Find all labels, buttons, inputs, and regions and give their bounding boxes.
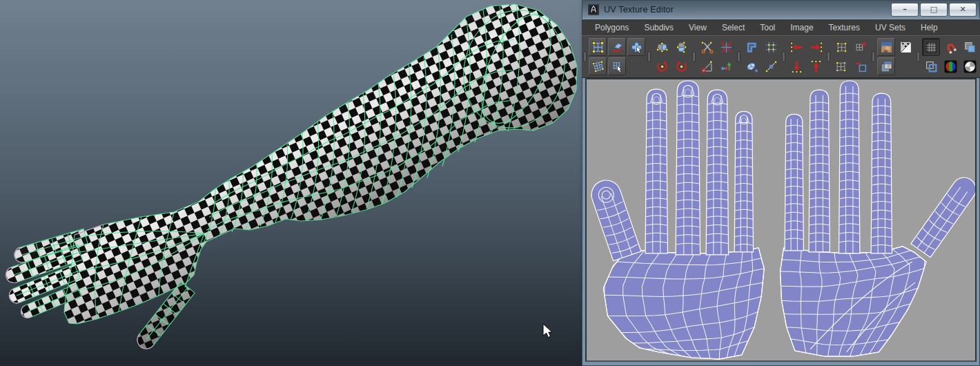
isolate-select-toggle-button[interactable] (832, 38, 850, 56)
toolbar-group-display (921, 38, 980, 75)
menu-select[interactable]: Select (714, 19, 752, 35)
sew-uvs-icon (720, 41, 733, 54)
uv-free-lattice-tool-icon (591, 60, 605, 73)
align-u-min-button[interactable] (787, 38, 805, 56)
move-and-sew-uvs-icon (720, 60, 733, 73)
isolate-select-view-button[interactable] (832, 57, 850, 75)
window-maximize-button[interactable]: □ (920, 3, 948, 17)
display-rgb-channels-button[interactable] (941, 57, 959, 75)
toolbar-row (589, 57, 626, 75)
flip-v-button[interactable] (672, 38, 690, 56)
flip-v-icon (675, 41, 688, 54)
pixel-snap-icon (944, 41, 957, 54)
uv-lattice-tool-icon (591, 41, 605, 54)
image-display-icon (880, 41, 893, 54)
layout-uvs-icon (745, 41, 758, 54)
align-v-max-button[interactable] (807, 57, 825, 75)
toolbar-row (832, 38, 870, 56)
relax-uvs-button[interactable] (762, 57, 780, 75)
toolbar-separator[interactable] (917, 41, 920, 73)
image-display-button[interactable] (877, 38, 895, 56)
toolbar-group-uv-tools (587, 38, 647, 75)
grid-uvs-button[interactable] (762, 38, 780, 56)
toolbar-separator[interactable] (782, 41, 785, 73)
toolbar-group-align (786, 38, 826, 75)
uv-select-tool-icon (611, 60, 624, 73)
align-v-max-icon (810, 60, 823, 73)
isolate-select-add-button[interactable] (852, 38, 870, 56)
pixel-snap-button[interactable] (941, 38, 959, 56)
move-and-sew-uvs-button[interactable] (717, 57, 735, 75)
unfold-uvs-icon (745, 60, 758, 73)
toolbar-separator[interactable] (647, 41, 651, 73)
isolate-select-toggle-icon (835, 41, 848, 54)
rotate-uvs-cw-icon (675, 60, 688, 73)
toolbar-row (698, 57, 735, 75)
toolbar-row (787, 57, 825, 75)
move-uv-shell-tool-button[interactable] (627, 38, 645, 56)
isolate-select-remove-icon (854, 60, 868, 73)
uv-smudge-tool-button[interactable] (608, 38, 626, 56)
toolbar-separator[interactable] (827, 41, 830, 73)
grid-display-button[interactable] (922, 38, 940, 56)
texture-borders-button[interactable] (922, 57, 940, 75)
flip-u-button[interactable] (653, 38, 671, 56)
cut-uvs-icon (700, 41, 714, 54)
arm-model[interactable] (6, 4, 577, 349)
flip-u-icon (656, 41, 669, 54)
isolate-select-remove-button[interactable] (852, 57, 870, 75)
menu-image[interactable]: Image (783, 19, 821, 35)
toolbar-group-cut-sew (696, 38, 736, 75)
cut-uvs-button[interactable] (698, 38, 716, 56)
rotate-uvs-ccw-button[interactable] (653, 57, 671, 75)
uv-lattice-tool-button[interactable] (589, 38, 607, 56)
window-minimize-button[interactable]: – (891, 3, 919, 17)
dim-image-button[interactable] (896, 38, 914, 56)
filtered-image-button[interactable] (877, 57, 895, 75)
arm-model-canvas[interactable] (0, 0, 583, 366)
mouse-cursor (543, 324, 552, 338)
sew-uvs-button[interactable] (717, 38, 735, 56)
toolbar-row (877, 38, 914, 56)
menu-textures[interactable]: Textures (821, 19, 868, 35)
uv-shell-hand-back[interactable] (591, 81, 764, 359)
toolbar-separator[interactable] (692, 41, 696, 73)
uv-select-tool-button[interactable] (608, 57, 626, 75)
toolbar-separator[interactable] (737, 41, 741, 73)
relax-uvs-icon (765, 60, 778, 73)
menu-uv-sets[interactable]: UV Sets (868, 19, 913, 35)
split-uvs-button[interactable] (698, 57, 716, 75)
menu-view[interactable]: View (681, 19, 714, 35)
menu-tool[interactable]: Tool (752, 19, 783, 35)
align-v-min-button[interactable] (787, 57, 805, 75)
isolate-select-view-icon (835, 60, 848, 73)
uv-canvas[interactable] (587, 79, 975, 360)
rotate-uvs-ccw-icon (656, 60, 669, 73)
split-uvs-icon (700, 60, 714, 73)
toolbar-row (877, 57, 895, 75)
uv-smudge-tool-icon (611, 41, 624, 54)
toolbar-separator[interactable] (872, 41, 875, 73)
toolbar-row (653, 38, 690, 56)
shade-uvs-icon (963, 41, 977, 54)
screen: UV Texture Editor –□✕ PolygonsSubdivsVie… (0, 0, 980, 366)
toolbar-separator[interactable] (583, 41, 587, 73)
uv-free-lattice-tool-button[interactable] (589, 57, 607, 75)
menu-polygons[interactable]: Polygons (587, 19, 636, 35)
toolbar-row (743, 38, 780, 56)
display-alpha-channel-button[interactable] (961, 57, 979, 75)
menu-help[interactable]: Help (913, 19, 945, 35)
align-u-max-button[interactable] (807, 38, 825, 56)
rotate-uvs-cw-button[interactable] (672, 57, 690, 75)
unfold-uvs-button[interactable] (743, 57, 761, 75)
titlebar: UV Texture Editor –□✕ (582, 0, 980, 19)
toolbar-group-flip-rotate (651, 38, 692, 75)
display-alpha-channel-icon (963, 60, 977, 73)
menu-subdivs[interactable]: Subdivs (636, 19, 681, 35)
layout-uvs-button[interactable] (743, 38, 761, 56)
toolbar-row (922, 57, 979, 75)
uv-shell-hand-palm[interactable] (780, 81, 975, 356)
window-close-button[interactable]: ✕ (949, 3, 977, 17)
window-controls: –□✕ (891, 3, 977, 17)
shade-uvs-button[interactable] (961, 38, 979, 56)
